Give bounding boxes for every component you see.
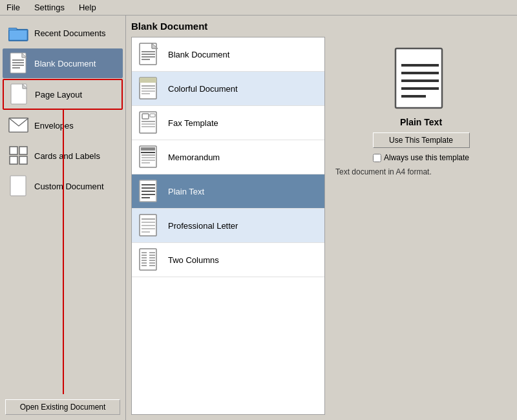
template-name-blank-document: Blank Document — [168, 50, 229, 59]
template-item-professional-letter[interactable]: Professional Letter — [132, 209, 324, 243]
svg-rect-14 — [10, 156, 17, 164]
svg-rect-2 — [9, 30, 27, 40]
template-name-fax-template: Fax Template — [168, 118, 218, 128]
template-item-blank-document[interactable]: Blank Document — [132, 37, 324, 72]
menubar: File Settings Help — [0, 0, 517, 16]
template-list: Blank Document — [131, 37, 325, 415]
sidebar-item-recent-documents[interactable]: Recent Documents — [3, 18, 123, 48]
svg-rect-13 — [19, 147, 27, 154]
template-icon-professional-letter — [138, 214, 162, 237]
template-icon-blank-document — [138, 43, 162, 66]
always-use-label: Always use this template — [384, 153, 469, 162]
main-container: Recent Documents Blank Document — [0, 16, 517, 420]
sidebar-label-blank-document: Blank Document — [34, 59, 96, 68]
sidebar-label-envelopes: Envelopes — [34, 121, 74, 131]
sidebar-item-blank-document[interactable]: Blank Document — [3, 48, 123, 78]
folder-icon — [8, 23, 29, 43]
template-icon-memorandum — [138, 145, 162, 169]
template-item-plain-text[interactable]: Plain Text — [132, 174, 324, 209]
custom-doc-icon — [8, 176, 29, 196]
always-use-row: Always use this template — [373, 153, 469, 162]
sidebar-label-page-layout: Page Layout — [35, 90, 82, 100]
menu-settings[interactable]: Settings — [30, 1, 69, 14]
sidebar-label-custom-document: Custom Document — [34, 182, 104, 191]
svg-rect-24 — [140, 78, 156, 83]
svg-rect-16 — [10, 176, 26, 196]
svg-rect-54 — [140, 249, 156, 270]
sidebar-item-envelopes[interactable]: Envelopes — [3, 110, 123, 140]
sidebar-item-cards-and-labels[interactable]: Cards and Labels — [3, 141, 123, 171]
page-layout-icon — [9, 84, 30, 105]
blank-doc-icon — [8, 53, 29, 74]
preview-doc-icon — [392, 47, 450, 112]
preview-description: Text document in A4 format. — [335, 167, 432, 176]
content-area: Blank Document — [126, 16, 517, 420]
template-name-colorful-document: Colorful Document — [168, 84, 238, 94]
grid-icon — [8, 145, 29, 166]
content-body: Blank Document — [131, 37, 512, 415]
sidebar: Recent Documents Blank Document — [0, 16, 126, 420]
template-icon-colorful-document — [138, 77, 162, 100]
menu-file[interactable]: File — [3, 1, 24, 14]
template-item-colorful-document[interactable]: Colorful Document — [132, 72, 324, 106]
template-item-fax-template[interactable]: Fax Template — [132, 106, 324, 140]
sidebar-item-custom-document[interactable]: Custom Document — [3, 171, 123, 201]
open-existing-button[interactable]: Open Existing Document — [5, 399, 120, 415]
template-name-plain-text: Plain Text — [168, 187, 204, 196]
sidebar-item-page-layout[interactable]: Page Layout — [3, 79, 123, 110]
content-title: Blank Document — [131, 21, 512, 32]
sidebar-label-recent-documents: Recent Documents — [34, 28, 106, 38]
template-item-two-columns[interactable]: Two Columns — [132, 243, 324, 277]
preview-panel: Plain Text Use This Template Always use … — [330, 37, 512, 415]
template-name-professional-letter: Professional Letter — [168, 221, 238, 231]
svg-rect-36 — [141, 147, 155, 151]
template-name-two-columns: Two Columns — [168, 255, 219, 265]
svg-rect-67 — [396, 48, 442, 108]
svg-rect-12 — [10, 147, 17, 154]
envelope-icon — [8, 115, 29, 136]
always-use-checkbox[interactable] — [373, 154, 381, 162]
template-icon-fax-template — [138, 111, 162, 134]
template-icon-plain-text — [138, 180, 162, 203]
template-name-memorandum: Memorandum — [168, 152, 220, 162]
use-template-button[interactable]: Use This Template — [373, 132, 470, 148]
template-icon-two-columns — [138, 248, 162, 271]
svg-rect-37 — [141, 152, 155, 153]
preview-title: Plain Text — [400, 117, 442, 127]
template-item-memorandum[interactable]: Memorandum — [132, 140, 324, 174]
menu-help[interactable]: Help — [75, 1, 100, 14]
sidebar-label-cards-and-labels: Cards and Labels — [34, 151, 100, 161]
svg-rect-15 — [19, 156, 27, 164]
